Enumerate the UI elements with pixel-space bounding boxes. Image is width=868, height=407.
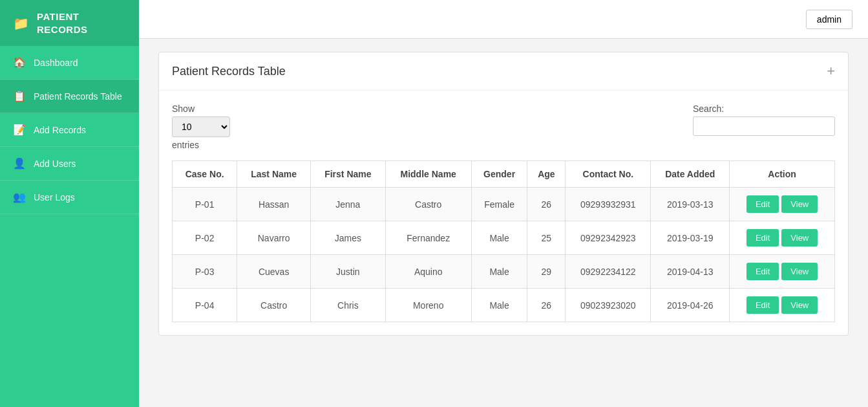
- col-header: Case No.: [173, 161, 237, 188]
- col-header: Date Added: [651, 161, 730, 188]
- view-button[interactable]: View: [781, 195, 818, 213]
- table-cell: Female: [471, 188, 527, 221]
- search-label: Search:: [693, 104, 835, 114]
- col-header: Gender: [471, 161, 527, 188]
- admin-button[interactable]: admin: [806, 10, 852, 29]
- table-cell: Male: [471, 255, 527, 289]
- table-cell: Justin: [311, 255, 386, 289]
- table-cell: 2019-03-13: [651, 188, 730, 221]
- view-button[interactable]: View: [781, 229, 818, 247]
- col-header: Age: [527, 161, 566, 188]
- edit-button[interactable]: Edit: [746, 229, 779, 247]
- table-cell: James: [311, 221, 386, 255]
- table-cell: 29: [527, 255, 566, 289]
- table-cell: Male: [471, 289, 527, 322]
- sidebar-item-patient-records-table[interactable]: 📋Patient Records Table: [0, 80, 139, 113]
- show-select[interactable]: 10 25 50 100: [172, 116, 230, 137]
- edit-button[interactable]: Edit: [746, 263, 779, 280]
- table-cell: P-04: [173, 289, 237, 322]
- table-cell: 09023923020: [566, 289, 651, 322]
- table-cell: Castro: [237, 289, 311, 322]
- card-body: Show 10 25 50 100 entries Search:: [159, 91, 848, 335]
- records-table: Case No.Last NameFirst NameMiddle NameGe…: [172, 160, 835, 322]
- table-body: P-01HassanJennaCastroFemale2609293932931…: [173, 188, 835, 322]
- table-cell: Aquino: [385, 255, 471, 289]
- entries-label: entries: [172, 140, 230, 150]
- table-cell: Fernandez: [385, 221, 471, 255]
- action-cell: EditView: [730, 289, 835, 322]
- sidebar-item-label: Add Users: [34, 159, 76, 169]
- col-header: First Name: [311, 161, 386, 188]
- sidebar-item-label: Patient Records Table: [34, 91, 122, 102]
- table-cell: Cuevas: [237, 255, 311, 289]
- table-cell: 26: [527, 289, 566, 322]
- user-logs-icon: 👥: [13, 191, 26, 203]
- table-cell: 2019-04-13: [651, 255, 730, 289]
- action-cell: EditView: [730, 255, 835, 289]
- search-group: Search:: [693, 104, 835, 136]
- card-header: Patient Records Table +: [159, 52, 848, 91]
- action-cell: EditView: [730, 221, 835, 255]
- sidebar-item-add-users[interactable]: 👤Add Users: [0, 147, 139, 181]
- table-controls: Show 10 25 50 100 entries Search:: [172, 104, 835, 150]
- main-area: admin Patient Records Table + Show 10 25…: [139, 0, 868, 407]
- action-cell: EditView: [730, 188, 835, 221]
- search-input[interactable]: [693, 116, 835, 136]
- edit-button[interactable]: Edit: [746, 296, 779, 314]
- add-record-plus-icon[interactable]: +: [827, 63, 835, 80]
- patient-records-card: Patient Records Table + Show 10 25 50 10…: [158, 52, 849, 336]
- add-users-icon: 👤: [13, 157, 26, 170]
- table-cell: Hassan: [237, 188, 311, 221]
- table-header-row: Case No.Last NameFirst NameMiddle NameGe…: [173, 161, 835, 188]
- topbar: admin: [139, 0, 868, 39]
- table-cell: 09292342923: [566, 221, 651, 255]
- table-cell: 25: [527, 221, 566, 255]
- col-header: Contact No.: [566, 161, 651, 188]
- table-cell: P-03: [173, 255, 237, 289]
- table-cell: Chris: [311, 289, 386, 322]
- show-group: Show 10 25 50 100 entries: [172, 104, 230, 150]
- add-records-icon: 📝: [13, 124, 26, 136]
- table-row: P-03CuevasJustinAquinoMale29092922341222…: [173, 255, 835, 289]
- col-header: Last Name: [237, 161, 311, 188]
- table-row: P-04CastroChrisMorenoMale260902392302020…: [173, 289, 835, 322]
- sidebar: 📁 PATIENTRECORDS 🏠Dashboard📋Patient Reco…: [0, 0, 139, 407]
- sidebar-item-add-records[interactable]: 📝Add Records: [0, 113, 139, 147]
- table-cell: P-01: [173, 188, 237, 221]
- table-cell: 09292234122: [566, 255, 651, 289]
- table-cell: Castro: [385, 188, 471, 221]
- sidebar-item-label: Add Records: [34, 125, 86, 135]
- col-header: Middle Name: [385, 161, 471, 188]
- table-cell: P-02: [173, 221, 237, 255]
- table-cell: Navarro: [237, 221, 311, 255]
- patient-records-table-icon: 📋: [13, 90, 26, 102]
- nav-list: 🏠Dashboard📋Patient Records Table📝Add Rec…: [0, 46, 139, 214]
- edit-button[interactable]: Edit: [746, 195, 779, 213]
- dashboard-icon: 🏠: [13, 56, 26, 69]
- table-row: P-01HassanJennaCastroFemale2609293932931…: [173, 188, 835, 221]
- show-label: Show: [172, 104, 230, 114]
- table-cell: Male: [471, 221, 527, 255]
- table-row: P-02NavarroJamesFernandezMale25092923429…: [173, 221, 835, 255]
- logo-icon: 📁: [13, 16, 29, 31]
- logo-area: 📁 PATIENTRECORDS: [0, 0, 139, 46]
- table-cell: Jenna: [311, 188, 386, 221]
- card-title: Patient Records Table: [172, 65, 286, 78]
- table-head: Case No.Last NameFirst NameMiddle NameGe…: [173, 161, 835, 188]
- sidebar-item-dashboard[interactable]: 🏠Dashboard: [0, 46, 139, 80]
- table-cell: 09293932931: [566, 188, 651, 221]
- table-cell: Moreno: [385, 289, 471, 322]
- table-cell: 2019-04-26: [651, 289, 730, 322]
- logo-text: PATIENTRECORDS: [37, 10, 88, 36]
- table-cell: 2019-03-19: [651, 221, 730, 255]
- sidebar-item-user-logs[interactable]: 👥User Logs: [0, 181, 139, 214]
- sidebar-item-label: User Logs: [34, 192, 75, 203]
- view-button[interactable]: View: [781, 296, 818, 314]
- table-cell: 26: [527, 188, 566, 221]
- content-area: Patient Records Table + Show 10 25 50 10…: [139, 39, 868, 407]
- sidebar-item-label: Dashboard: [34, 58, 78, 68]
- view-button[interactable]: View: [781, 263, 818, 280]
- col-header: Action: [730, 161, 835, 188]
